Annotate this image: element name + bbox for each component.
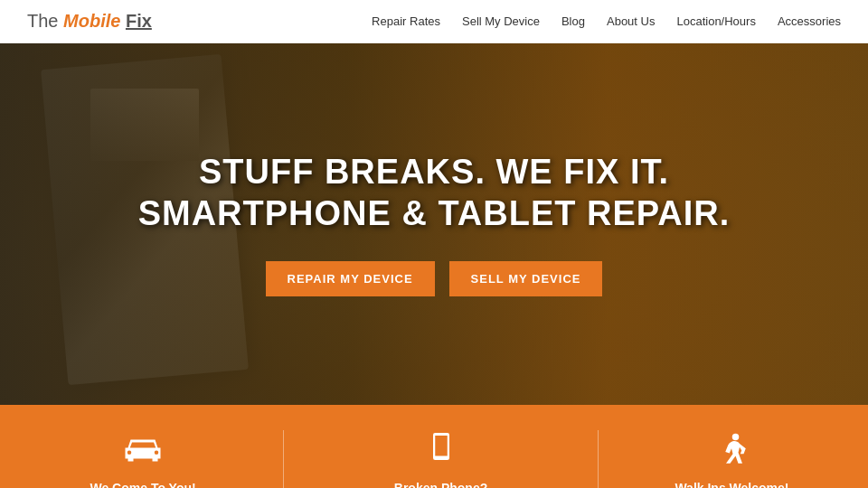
feature-broken-phone-title: Broken Phone? Request a Quote! <box>389 481 494 488</box>
svg-rect-1 <box>435 436 448 456</box>
nav-accessories[interactable]: Accessories <box>778 14 841 28</box>
sell-my-device-button[interactable]: SELL MY DEVICE <box>449 261 603 296</box>
feature-we-come-to-you-title: We Come To You! <box>90 481 195 488</box>
hero-buttons: REPAIR MY DEVICE SELL MY DEVICE <box>138 261 731 296</box>
hero-section: STUFF BREAKS. WE FIX IT. SMARTPHONE & TA… <box>0 43 868 405</box>
walk-icon <box>710 430 753 474</box>
nav-repair-rates[interactable]: Repair Rates <box>372 14 440 28</box>
hero-content: STUFF BREAKS. WE FIX IT. SMARTPHONE & TA… <box>102 152 767 296</box>
logo-fix: Fix <box>126 11 152 31</box>
features-bar: We Come To You! Schedule Your Appointmen… <box>0 405 868 488</box>
svg-point-4 <box>732 434 740 441</box>
logo-mobile: Mobile <box>63 11 120 31</box>
feature-walk-ins: Walk Ins Welcome! No Appointment Needed! <box>656 430 807 488</box>
nav-blog[interactable]: Blog <box>561 14 585 28</box>
logo[interactable]: The Mobile Fix <box>27 11 152 32</box>
divider-1 <box>283 430 284 488</box>
repair-my-device-button[interactable]: REPAIR MY DEVICE <box>266 261 435 296</box>
phone-icon <box>420 430 463 474</box>
feature-walk-ins-title: Walk Ins Welcome! No Appointment Needed! <box>656 481 807 488</box>
svg-point-2 <box>439 457 442 460</box>
main-nav: Repair Rates Sell My Device Blog About U… <box>372 14 841 28</box>
header: The Mobile Fix Repair Rates Sell My Devi… <box>0 0 868 43</box>
feature-broken-phone: Broken Phone? Request a Quote! All repai… <box>342 430 541 488</box>
logo-the: The <box>27 11 58 31</box>
hero-title-line2: SMARTPHONE & TABLET REPAIR. <box>138 194 731 232</box>
divider-2 <box>598 430 599 488</box>
nav-sell-my-device[interactable]: Sell My Device <box>462 14 540 28</box>
hero-title: STUFF BREAKS. WE FIX IT. SMARTPHONE & TA… <box>138 152 731 234</box>
svg-rect-3 <box>439 435 444 436</box>
feature-we-come-to-you: We Come To You! Schedule Your Appointmen… <box>61 430 226 488</box>
hero-title-line1: STUFF BREAKS. WE FIX IT. <box>199 153 669 191</box>
nav-about-us[interactable]: About Us <box>607 14 655 28</box>
car-icon <box>121 430 165 474</box>
nav-location-hours[interactable]: Location/Hours <box>676 14 755 28</box>
